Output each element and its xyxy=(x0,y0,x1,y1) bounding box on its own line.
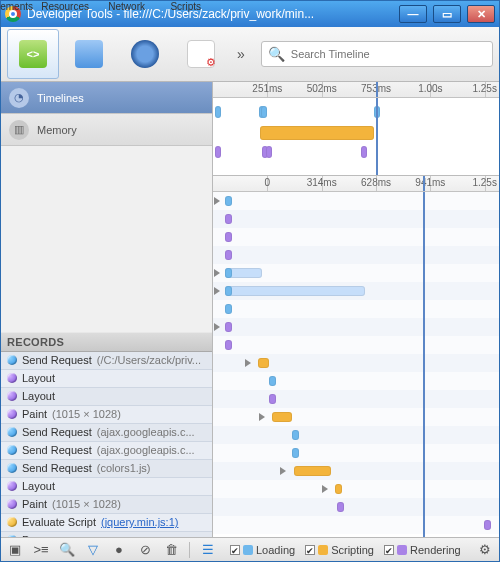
tab-memory[interactable]: ▥ Memory xyxy=(1,114,212,146)
garbage-icon[interactable]: 🗑 xyxy=(163,542,179,558)
toolbar-elements[interactable]: <> Elements xyxy=(7,29,59,79)
checkbox-icon[interactable] xyxy=(305,545,315,555)
track-row[interactable] xyxy=(213,300,499,318)
memory-icon: ▥ xyxy=(9,120,29,140)
legend-item[interactable]: Loading xyxy=(230,544,295,556)
record-row[interactable]: Paint (1015 × 1028) xyxy=(1,406,212,424)
left-pane: ◔ Timelines ▥ Memory RECORDS Send Reques… xyxy=(1,82,213,537)
track-row[interactable] xyxy=(213,318,499,336)
frames-icon[interactable]: ☰ xyxy=(200,542,216,558)
overflow-icon[interactable]: » xyxy=(231,46,251,62)
right-pane: 251ms502ms753ms1.00s1.25s 0314ms628ms941… xyxy=(213,82,499,537)
track-row[interactable] xyxy=(213,372,499,390)
track-row[interactable] xyxy=(213,390,499,408)
track-row[interactable] xyxy=(213,210,499,228)
search-icon: 🔍 xyxy=(268,46,285,62)
toolbar-network[interactable]: Network xyxy=(119,29,171,79)
record-dot xyxy=(7,355,17,365)
filter-icon[interactable]: ▽ xyxy=(85,542,101,558)
console-icon[interactable]: >≡ xyxy=(33,542,49,558)
record-dot xyxy=(7,517,17,527)
track-row[interactable] xyxy=(213,498,499,516)
track-row[interactable] xyxy=(213,480,499,498)
record-row[interactable]: Evaluate Script (jquery.min.js:1) xyxy=(1,514,212,532)
record-link[interactable]: (jquery.min.js:1) xyxy=(101,516,178,528)
legend-item[interactable]: Rendering xyxy=(384,544,461,556)
record-dot xyxy=(7,427,17,437)
legend-item[interactable]: Scripting xyxy=(305,544,374,556)
record-row[interactable]: Layout xyxy=(1,478,212,496)
track-row[interactable] xyxy=(213,282,499,300)
record-dot xyxy=(7,373,17,383)
record-dot xyxy=(7,481,17,491)
record-row[interactable]: Layout xyxy=(1,388,212,406)
checkbox-icon[interactable] xyxy=(384,545,394,555)
legend-swatch xyxy=(318,545,328,555)
track-row[interactable] xyxy=(213,228,499,246)
zoom-icon[interactable]: 🔍 xyxy=(59,542,75,558)
record-row[interactable]: Send Request (/C:/Users/zack/priv... xyxy=(1,352,212,370)
settings-icon[interactable]: ⚙ xyxy=(477,542,493,558)
record-dot xyxy=(7,409,17,419)
checkbox-icon[interactable] xyxy=(230,545,240,555)
record-dot xyxy=(7,391,17,401)
track-row[interactable] xyxy=(213,354,499,372)
record-row[interactable]: Send Request (ajax.googleapis.c... xyxy=(1,424,212,442)
record-dot xyxy=(7,445,17,455)
track-row[interactable] xyxy=(213,462,499,480)
record-dot xyxy=(7,463,17,473)
main-toolbar: <> Elements Resources Network ⚙ Scripts … xyxy=(1,27,499,82)
clock-icon: ◔ xyxy=(9,88,29,108)
search-timeline[interactable]: 🔍 xyxy=(261,41,493,67)
legend-swatch xyxy=(397,545,407,555)
legend-swatch xyxy=(243,545,253,555)
detail-tracks[interactable] xyxy=(213,192,499,537)
record-icon[interactable]: ● xyxy=(111,542,127,558)
detail-ruler[interactable]: 0314ms628ms941ms1.25s xyxy=(213,176,499,192)
record-row[interactable]: Send Request (colors1.js) xyxy=(1,460,212,478)
overview-chart[interactable] xyxy=(213,98,499,176)
clear-icon[interactable]: ⊘ xyxy=(137,542,153,558)
overview-ruler[interactable]: 251ms502ms753ms1.00s1.25s xyxy=(213,82,499,98)
track-row[interactable] xyxy=(213,336,499,354)
record-row[interactable]: Send Request (ajax.googleapis.c... xyxy=(1,442,212,460)
track-row[interactable] xyxy=(213,426,499,444)
record-dot xyxy=(7,499,17,509)
track-row[interactable] xyxy=(213,264,499,282)
toolbar-scripts[interactable]: ⚙ Scripts xyxy=(175,29,227,79)
track-row[interactable] xyxy=(213,516,499,534)
search-input[interactable] xyxy=(291,48,486,60)
toolbar-resources[interactable]: Resources xyxy=(63,29,115,79)
track-row[interactable] xyxy=(213,192,499,210)
maximize-button[interactable]: ▭ xyxy=(433,5,461,23)
record-row[interactable]: Layout xyxy=(1,370,212,388)
track-row[interactable] xyxy=(213,444,499,462)
track-row[interactable] xyxy=(213,408,499,426)
close-button[interactable]: ✕ xyxy=(467,5,495,23)
records-header: RECORDS xyxy=(1,332,212,352)
track-row[interactable] xyxy=(213,246,499,264)
legend: LoadingScriptingRendering xyxy=(230,544,461,556)
dock-icon[interactable]: ▣ xyxy=(7,542,23,558)
tab-timelines[interactable]: ◔ Timelines xyxy=(1,82,212,114)
status-bar: ▣ >≡ 🔍 ▽ ● ⊘ 🗑 ☰ LoadingScriptingRenderi… xyxy=(1,537,499,561)
records-list[interactable]: Send Request (/C:/Users/zack/priv...Layo… xyxy=(1,352,212,538)
minimize-button[interactable]: ― xyxy=(399,5,427,23)
record-row[interactable]: Paint (1015 × 1028) xyxy=(1,496,212,514)
